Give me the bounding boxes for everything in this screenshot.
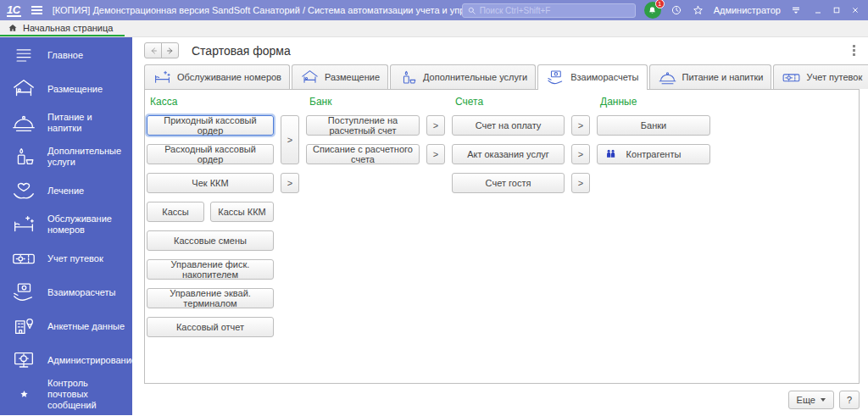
- sidebar-item-label: Администрирование: [47, 355, 142, 366]
- sidebar-item-label: Размещение: [47, 84, 108, 95]
- upravlenie-fisk-nakopitelem-button[interactable]: Управление фиск. накопителем: [147, 259, 274, 280]
- akt-okazaniya-uslug-button[interactable]: Акт оказания услуг: [452, 144, 565, 164]
- close-button[interactable]: [848, 3, 863, 18]
- open-list-arrow-button[interactable]: >: [426, 115, 445, 136]
- sidebar-item-label: Лечение: [47, 186, 89, 197]
- kontragenty-button[interactable]: Контрагенты: [597, 144, 710, 164]
- spisanie-s-raschetnogo-scheta-button[interactable]: Списание с расчетного счета: [306, 144, 420, 164]
- sidebar-item-label: Анкетные данные: [47, 321, 130, 332]
- titlebar: 1С [КОПИЯ] Демонстрационная версия SandS…: [0, 0, 868, 20]
- schet-gostya-button[interactable]: Счет гостя: [452, 173, 565, 193]
- history-button[interactable]: [670, 4, 682, 16]
- sidebar-item-label: Взаиморасчеты: [47, 287, 120, 298]
- open-list-arrow-button[interactable]: >: [281, 173, 299, 193]
- upravlenie-ekvay-terminalom-button[interactable]: Управление эквай. терминалом: [147, 288, 274, 308]
- open-list-arrow-button[interactable]: >: [571, 115, 590, 136]
- house-bed-icon: [11, 76, 36, 102]
- kassy-button[interactable]: Кассы: [147, 202, 204, 222]
- tab-home-label: Начальная страница: [23, 23, 113, 33]
- sidebar-item-label: Главное: [47, 50, 88, 61]
- menu-lines-icon: [12, 43, 36, 67]
- kassy-kkm-button[interactable]: Кассы ККМ: [210, 202, 274, 222]
- back-button[interactable]: [144, 42, 162, 58]
- sidebar-item-lechenie[interactable]: Лечение: [0, 174, 132, 208]
- tab-label: Обслуживание номеров: [177, 72, 281, 82]
- sidebar-item-uchet-putevok[interactable]: Учет путевок: [0, 241, 132, 275]
- group-bank: Банк Поступление на расчетный счет Списа…: [306, 97, 420, 337]
- kebab-menu-icon[interactable]: [850, 42, 858, 58]
- sidebar-item-razmeshchenie[interactable]: Размещение: [0, 72, 132, 106]
- kassovy-otchet-button[interactable]: Кассовый отчет: [147, 317, 274, 337]
- page-title: Стартовая форма: [192, 44, 291, 58]
- service-menu-icon: [790, 4, 802, 16]
- open-list-arrow-button[interactable]: >: [571, 144, 590, 164]
- window-title: [КОПИЯ] Демонстрационная версия SandSoft…: [53, 5, 462, 15]
- tab-obsluzhivanie-nomerov[interactable]: Обслуживание номеров: [144, 64, 290, 89]
- chek-kkm-button[interactable]: Чек ККМ: [147, 173, 274, 193]
- sidebar: Главное Размещение Питание и напитки Доп…: [0, 37, 132, 415]
- kassovye-smeny-button[interactable]: Кассовые смены: [147, 230, 274, 251]
- help-button[interactable]: ?: [839, 391, 860, 409]
- history-icon: [670, 4, 682, 16]
- tab-home[interactable]: Начальная страница: [0, 20, 125, 36]
- tab-label: Питание и напитки: [682, 72, 764, 82]
- gutter-bank: > >: [426, 97, 445, 337]
- group-kassa: Касса Приходный кассовый ордер Расходный…: [147, 97, 274, 337]
- prihodny-kassovy-order-button[interactable]: Приходный кассовый ордер: [147, 115, 274, 136]
- tab-razmeshchenie[interactable]: Размещение: [292, 64, 388, 89]
- sidebar-item-label: Учет путевок: [47, 253, 108, 264]
- global-search[interactable]: [462, 3, 636, 18]
- global-search-input[interactable]: [480, 6, 631, 15]
- tab-dop-uslugi[interactable]: Дополнительные услуги: [390, 64, 536, 89]
- sidebar-item-kontrol-pochty[interactable]: Контроль почтовых сообщений: [0, 377, 132, 411]
- notifications-button[interactable]: 1: [644, 2, 661, 19]
- minimize-button[interactable]: [810, 3, 826, 18]
- form-header: Стартовая форма: [144, 37, 860, 64]
- 1c-logo: 1С: [7, 4, 21, 17]
- bed-sparkle-icon: [153, 68, 172, 87]
- search-icon: [467, 6, 476, 15]
- tab-label: Взаиморасчеты: [570, 72, 638, 82]
- more-button[interactable]: Еще: [788, 391, 834, 409]
- sidebar-item-pitanie[interactable]: Питание и напитки: [0, 106, 132, 140]
- tab-uchet-putevok[interactable]: Учет путевок: [773, 64, 868, 89]
- group-scheta: Счета Счет на оплату Акт оказания услуг …: [452, 97, 565, 337]
- main-menu-icon[interactable]: [31, 4, 42, 16]
- schet-na-oplatu-button[interactable]: Счет на оплату: [452, 115, 565, 136]
- group-header: Банк: [306, 97, 420, 107]
- service-menu-button[interactable]: [790, 4, 802, 16]
- open-list-arrow-button[interactable]: >: [281, 115, 299, 164]
- home-icon: [8, 23, 18, 33]
- sidebar-item-obsluzhivanie[interactable]: Обслуживание номеров: [0, 208, 132, 241]
- favorites-button[interactable]: [692, 4, 704, 17]
- window-title-text: [КОПИЯ] Демонстрационная версия SandSoft…: [53, 5, 462, 15]
- sidebar-item-label: Дополнительные услуги: [47, 146, 132, 168]
- candle-icon: [11, 144, 36, 169]
- star-icon: [19, 389, 30, 400]
- tab-vzaimoraschety[interactable]: Взаиморасчеты: [537, 64, 647, 90]
- maximize-button[interactable]: [829, 3, 844, 18]
- open-list-arrow-button[interactable]: >: [426, 144, 445, 164]
- postuplenie-na-raschetny-schet-button[interactable]: Поступление на расчетный счет: [306, 115, 420, 136]
- sidebar-item-anketnye-dannye[interactable]: Анкетные данные: [0, 309, 132, 343]
- current-user-button[interactable]: Администратор: [714, 5, 781, 15]
- ticket-icon: [782, 68, 801, 87]
- ticket-icon: [11, 246, 36, 271]
- sidebar-item-vzaimoraschety[interactable]: Взаиморасчеты: [0, 275, 132, 309]
- house-bed-icon: [300, 68, 320, 87]
- tab-pitanie[interactable]: Питание и напитки: [649, 64, 772, 89]
- start-form-tabs: Обслуживание номеров Размещение Дополнит…: [144, 64, 860, 89]
- forward-button[interactable]: [161, 42, 179, 58]
- group-header: Счета: [452, 97, 565, 107]
- sidebar-item-administrirovanie[interactable]: Администрирование: [0, 343, 132, 377]
- rashodny-kassovy-order-button[interactable]: Расходный кассовый ордер: [147, 144, 274, 164]
- banki-button[interactable]: Банки: [597, 115, 710, 136]
- monitor-gear-icon: [11, 347, 36, 373]
- sidebar-item-dop-uslugi[interactable]: Дополнительные услуги: [0, 140, 132, 174]
- open-list-arrow-button[interactable]: >: [571, 173, 590, 193]
- gutter-scheta: > > >: [571, 97, 590, 337]
- sidebar-item-glavnoe[interactable]: Главное: [0, 38, 132, 72]
- tab-label: Размещение: [325, 72, 380, 82]
- cloche-icon: [658, 68, 677, 87]
- notification-badge: 1: [655, 0, 665, 8]
